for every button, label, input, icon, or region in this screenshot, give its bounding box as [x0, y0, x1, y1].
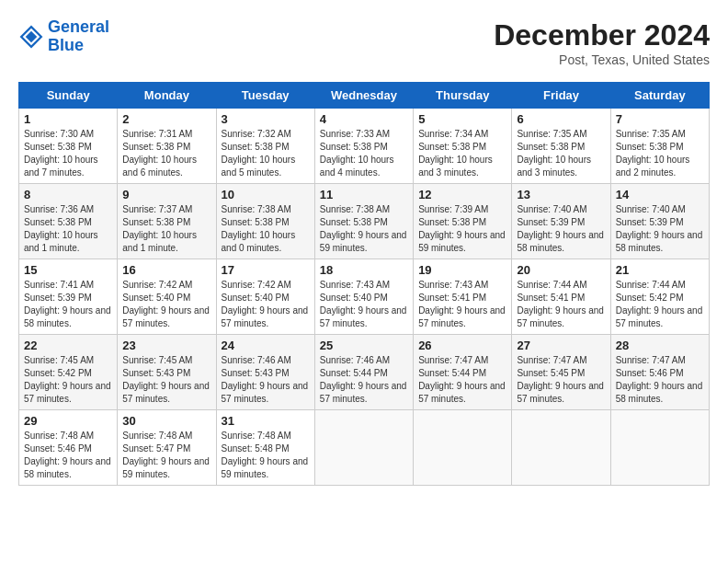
day-number: 8	[24, 188, 112, 201]
day-number: 13	[517, 188, 605, 201]
day-number: 20	[517, 263, 605, 277]
calendar-cell: 15Sunrise: 7:41 AMSunset: 5:39 PMDayligh…	[19, 259, 118, 335]
day-info: Sunrise: 7:47 AMSunset: 5:46 PMDaylight:…	[616, 354, 704, 406]
calendar-cell: 21Sunrise: 7:44 AMSunset: 5:42 PMDayligh…	[610, 259, 709, 335]
day-info: Sunrise: 7:42 AMSunset: 5:40 PMDaylight:…	[222, 279, 310, 330]
day-header-tuesday: Tuesday	[216, 83, 314, 109]
calendar-cell: 22Sunrise: 7:45 AMSunset: 5:42 PMDayligh…	[19, 335, 118, 410]
day-number: 17	[222, 263, 310, 277]
calendar-cell: 4Sunrise: 7:33 AMSunset: 5:38 PMDaylight…	[314, 109, 413, 184]
day-info: Sunrise: 7:47 AMSunset: 5:44 PMDaylight:…	[418, 354, 506, 406]
calendar-cell	[610, 410, 709, 486]
calendar-cell	[512, 410, 610, 486]
day-header-monday: Monday	[118, 83, 216, 109]
day-info: Sunrise: 7:48 AMSunset: 5:46 PMDaylight:…	[24, 430, 112, 481]
day-header-thursday: Thursday	[414, 83, 512, 109]
day-number: 6	[517, 112, 605, 126]
calendar-cell: 1Sunrise: 7:30 AMSunset: 5:38 PMDaylight…	[19, 109, 118, 184]
calendar-cell: 11Sunrise: 7:38 AMSunset: 5:38 PMDayligh…	[314, 184, 413, 259]
calendar-cell: 25Sunrise: 7:46 AMSunset: 5:44 PMDayligh…	[314, 335, 413, 410]
day-info: Sunrise: 7:31 AMSunset: 5:38 PMDaylight:…	[122, 128, 210, 179]
day-info: Sunrise: 7:42 AMSunset: 5:40 PMDaylight:…	[122, 279, 210, 330]
calendar-cell: 9Sunrise: 7:37 AMSunset: 5:38 PMDaylight…	[118, 184, 216, 259]
day-info: Sunrise: 7:35 AMSunset: 5:38 PMDaylight:…	[616, 128, 704, 179]
day-number: 11	[320, 188, 408, 201]
day-info: Sunrise: 7:43 AMSunset: 5:40 PMDaylight:…	[320, 279, 408, 330]
calendar-table: SundayMondayTuesdayWednesdayThursdayFrid…	[18, 82, 710, 486]
day-info: Sunrise: 7:48 AMSunset: 5:47 PMDaylight:…	[122, 430, 210, 481]
day-info: Sunrise: 7:41 AMSunset: 5:39 PMDaylight:…	[24, 279, 112, 330]
logo-line1: General	[48, 17, 109, 36]
location: Post, Texas, United States	[494, 52, 710, 67]
logo: General Blue	[18, 18, 109, 55]
calendar-week-4: 22Sunrise: 7:45 AMSunset: 5:42 PMDayligh…	[19, 335, 710, 410]
calendar-week-1: 1Sunrise: 7:30 AMSunset: 5:38 PMDaylight…	[19, 109, 710, 184]
day-number: 9	[122, 188, 210, 201]
day-number: 24	[222, 339, 310, 352]
day-number: 29	[24, 414, 112, 428]
day-info: Sunrise: 7:30 AMSunset: 5:38 PMDaylight:…	[24, 128, 112, 179]
day-header-friday: Friday	[512, 83, 610, 109]
day-info: Sunrise: 7:38 AMSunset: 5:38 PMDaylight:…	[222, 203, 310, 255]
calendar-cell: 14Sunrise: 7:40 AMSunset: 5:39 PMDayligh…	[610, 184, 709, 259]
day-number: 12	[418, 188, 506, 201]
calendar-cell: 12Sunrise: 7:39 AMSunset: 5:38 PMDayligh…	[414, 184, 512, 259]
day-header-wednesday: Wednesday	[314, 83, 413, 109]
day-info: Sunrise: 7:46 AMSunset: 5:43 PMDaylight:…	[222, 354, 310, 406]
calendar-cell	[414, 410, 512, 486]
calendar-cell: 16Sunrise: 7:42 AMSunset: 5:40 PMDayligh…	[118, 259, 216, 335]
day-number: 30	[122, 414, 210, 428]
day-number: 14	[616, 188, 704, 201]
day-info: Sunrise: 7:39 AMSunset: 5:38 PMDaylight:…	[418, 203, 506, 255]
day-number: 26	[418, 339, 506, 352]
day-number: 28	[616, 339, 704, 352]
calendar-cell: 31Sunrise: 7:48 AMSunset: 5:48 PMDayligh…	[216, 410, 314, 486]
calendar-week-5: 29Sunrise: 7:48 AMSunset: 5:46 PMDayligh…	[19, 410, 710, 486]
day-number: 23	[122, 339, 210, 352]
day-info: Sunrise: 7:38 AMSunset: 5:38 PMDaylight:…	[320, 203, 408, 255]
day-info: Sunrise: 7:40 AMSunset: 5:39 PMDaylight:…	[616, 203, 704, 255]
calendar-cell: 20Sunrise: 7:44 AMSunset: 5:41 PMDayligh…	[512, 259, 610, 335]
day-number: 25	[320, 339, 408, 352]
calendar-cell: 13Sunrise: 7:40 AMSunset: 5:39 PMDayligh…	[512, 184, 610, 259]
calendar-week-2: 8Sunrise: 7:36 AMSunset: 5:38 PMDaylight…	[19, 184, 710, 259]
day-number: 27	[517, 339, 605, 352]
calendar-cell: 5Sunrise: 7:34 AMSunset: 5:38 PMDaylight…	[414, 109, 512, 184]
day-info: Sunrise: 7:36 AMSunset: 5:38 PMDaylight:…	[24, 203, 112, 255]
day-info: Sunrise: 7:43 AMSunset: 5:41 PMDaylight:…	[418, 279, 506, 330]
day-number: 16	[122, 263, 210, 277]
day-info: Sunrise: 7:46 AMSunset: 5:44 PMDaylight:…	[320, 354, 408, 406]
calendar-cell: 30Sunrise: 7:48 AMSunset: 5:47 PMDayligh…	[118, 410, 216, 486]
page-header: General Blue December 2024 Post, Texas, …	[18, 18, 710, 67]
calendar-cell: 23Sunrise: 7:45 AMSunset: 5:43 PMDayligh…	[118, 335, 216, 410]
day-info: Sunrise: 7:44 AMSunset: 5:41 PMDaylight:…	[517, 279, 605, 330]
day-info: Sunrise: 7:32 AMSunset: 5:38 PMDaylight:…	[222, 128, 310, 179]
calendar-cell: 28Sunrise: 7:47 AMSunset: 5:46 PMDayligh…	[610, 335, 709, 410]
calendar-body: 1Sunrise: 7:30 AMSunset: 5:38 PMDaylight…	[19, 109, 710, 486]
calendar-cell: 18Sunrise: 7:43 AMSunset: 5:40 PMDayligh…	[314, 259, 413, 335]
calendar-cell: 26Sunrise: 7:47 AMSunset: 5:44 PMDayligh…	[414, 335, 512, 410]
day-info: Sunrise: 7:37 AMSunset: 5:38 PMDaylight:…	[122, 203, 210, 255]
day-number: 31	[222, 414, 310, 428]
day-number: 3	[222, 112, 310, 126]
day-header-saturday: Saturday	[610, 83, 709, 109]
day-number: 19	[418, 263, 506, 277]
day-number: 5	[418, 112, 506, 126]
calendar-cell: 24Sunrise: 7:46 AMSunset: 5:43 PMDayligh…	[216, 335, 314, 410]
day-info: Sunrise: 7:47 AMSunset: 5:45 PMDaylight:…	[517, 354, 605, 406]
calendar-cell: 29Sunrise: 7:48 AMSunset: 5:46 PMDayligh…	[19, 410, 118, 486]
day-info: Sunrise: 7:34 AMSunset: 5:38 PMDaylight:…	[418, 128, 506, 179]
calendar-week-3: 15Sunrise: 7:41 AMSunset: 5:39 PMDayligh…	[19, 259, 710, 335]
day-info: Sunrise: 7:48 AMSunset: 5:48 PMDaylight:…	[222, 430, 310, 481]
day-info: Sunrise: 7:33 AMSunset: 5:38 PMDaylight:…	[320, 128, 408, 179]
month-title: December 2024	[494, 18, 710, 52]
calendar-cell: 8Sunrise: 7:36 AMSunset: 5:38 PMDaylight…	[19, 184, 118, 259]
calendar-header-row: SundayMondayTuesdayWednesdayThursdayFrid…	[19, 83, 710, 109]
logo-text: General Blue	[48, 18, 109, 55]
calendar-cell	[314, 410, 413, 486]
day-number: 7	[616, 112, 704, 126]
day-number: 15	[24, 263, 112, 277]
day-info: Sunrise: 7:40 AMSunset: 5:39 PMDaylight:…	[517, 203, 605, 255]
calendar-cell: 7Sunrise: 7:35 AMSunset: 5:38 PMDaylight…	[610, 109, 709, 184]
day-number: 2	[122, 112, 210, 126]
